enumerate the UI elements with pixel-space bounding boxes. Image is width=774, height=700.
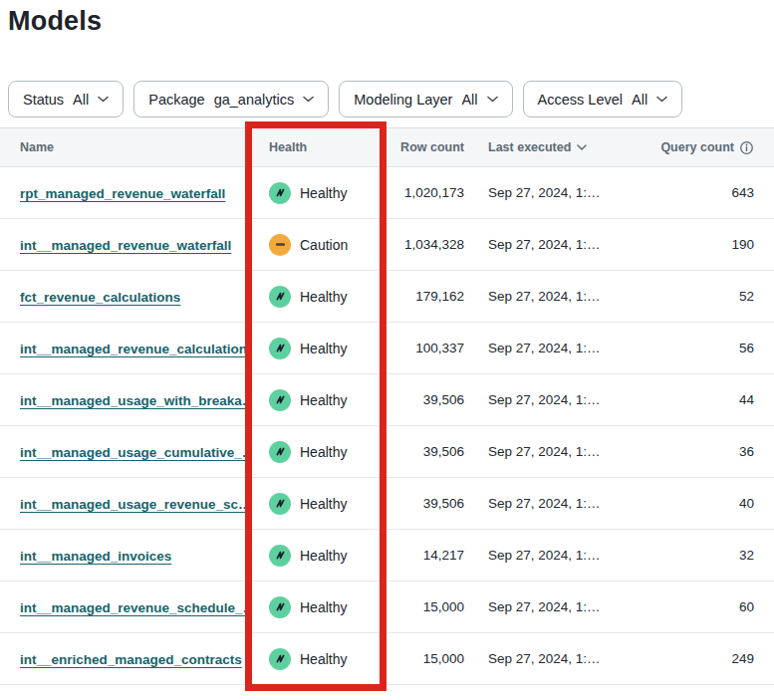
health-cell: Caution	[249, 234, 390, 256]
column-header-health: Health	[249, 140, 390, 154]
row-count-cell: 39,506	[390, 392, 464, 407]
health-badge	[269, 338, 291, 359]
minus-icon	[274, 238, 287, 251]
model-name-link[interactable]: int__managed_invoices	[20, 549, 171, 564]
table-row: int__managed_usage_with_breaka… Healthy …	[0, 374, 774, 426]
last-executed-cell: Sep 27, 2024, 1:…	[464, 548, 649, 563]
row-count-cell: 15,000	[390, 599, 464, 614]
health-badge	[269, 545, 291, 567]
health-cell: Healthy	[249, 545, 390, 567]
models-page: Models Status All Package ga_analytics M…	[0, 0, 774, 700]
column-header-row-count: Row count	[390, 140, 464, 154]
health-badge	[269, 234, 291, 256]
model-name-link[interactable]: rpt_managed_revenue_waterfall	[20, 186, 225, 201]
last-executed-cell: Sep 27, 2024, 1:…	[464, 444, 649, 459]
zap-icon	[274, 652, 287, 665]
query-count-cell: 32	[649, 548, 774, 563]
health-status-label: Healthy	[300, 444, 347, 460]
filter-value: ga_analytics	[214, 92, 295, 108]
health-cell: Healthy	[249, 493, 390, 515]
row-count-cell: 39,506	[390, 496, 464, 511]
last-executed-cell: Sep 27, 2024, 1:…	[464, 496, 649, 511]
table-row: int__managed_revenue_schedule_… Healthy …	[0, 582, 774, 633]
name-cell: int__managed_usage_revenue_sc…	[0, 495, 249, 513]
last-executed-cell: Sep 27, 2024, 1:…	[464, 392, 649, 407]
status-filter-dropdown[interactable]: Status All	[8, 81, 124, 117]
filter-value: All	[632, 92, 647, 108]
health-status-label: Healthy	[300, 548, 347, 564]
name-cell: int__managed_usage_cumulative_…	[0, 443, 249, 461]
model-name-link[interactable]: int__enriched_managed_contracts	[20, 652, 242, 667]
zap-icon	[274, 393, 287, 406]
table-row: rpt_managed_revenue_waterfall Healthy 1,…	[0, 167, 774, 219]
info-icon[interactable]	[739, 140, 754, 155]
chevron-down-icon	[98, 96, 109, 103]
health-cell: Healthy	[249, 182, 390, 204]
filter-value: All	[73, 92, 89, 108]
column-header-last-executed-label: Last executed	[488, 140, 571, 154]
filter-label: Package	[148, 92, 204, 108]
query-count-cell: 36	[649, 444, 774, 459]
name-cell: rpt_managed_revenue_waterfall	[0, 184, 249, 202]
models-table: Name Health Row count Last executed Quer…	[0, 127, 774, 685]
row-count-cell: 39,506	[390, 444, 464, 459]
table-row: int__managed_usage_revenue_sc… Healthy 3…	[0, 478, 774, 530]
filter-label: Access Level	[538, 92, 623, 108]
query-count-cell: 60	[649, 599, 774, 614]
zap-icon	[274, 445, 287, 458]
last-executed-cell: Sep 27, 2024, 1:…	[464, 599, 649, 614]
filter-bar: Status All Package ga_analytics Modeling…	[8, 81, 682, 117]
column-header-query-count: Query count	[649, 140, 774, 155]
model-name-link[interactable]: int__managed_revenue_calculations	[20, 342, 249, 356]
health-status-label: Healthy	[300, 289, 347, 305]
last-executed-cell: Sep 27, 2024, 1:…	[464, 341, 649, 355]
health-status-label: Healthy	[300, 496, 347, 512]
column-header-last-executed[interactable]: Last executed	[464, 140, 649, 154]
model-name-link[interactable]: int__managed_usage_revenue_sc…	[20, 497, 249, 512]
name-cell: fct_revenue_calculations	[0, 288, 249, 306]
name-cell: int__managed_revenue_schedule_…	[0, 598, 249, 616]
zap-icon	[274, 549, 287, 562]
model-name-link[interactable]: int__managed_revenue_schedule_…	[20, 600, 249, 615]
filter-label: Modeling Layer	[354, 92, 452, 108]
name-cell: int__enriched_managed_contracts	[0, 650, 249, 668]
chevron-down-icon	[487, 96, 498, 103]
query-count-cell: 44	[649, 392, 774, 407]
zap-icon	[274, 186, 287, 199]
last-executed-cell: Sep 27, 2024, 1:…	[464, 237, 649, 252]
sort-chevron-down-icon	[577, 144, 587, 150]
health-badge	[269, 389, 291, 411]
health-status-label: Healthy	[300, 651, 347, 667]
last-executed-cell: Sep 27, 2024, 1:…	[464, 289, 649, 304]
health-status-label: Healthy	[300, 599, 347, 615]
row-count-cell: 1,034,328	[390, 237, 464, 252]
row-count-cell: 14,217	[390, 548, 464, 563]
row-count-cell: 15,000	[390, 651, 464, 666]
health-cell: Healthy	[249, 596, 390, 618]
health-cell: Healthy	[249, 389, 390, 411]
table-header-row: Name Health Row count Last executed Quer…	[0, 127, 774, 167]
table-row: fct_revenue_calculations Healthy 179,162…	[0, 271, 774, 323]
query-count-cell: 52	[649, 289, 774, 304]
query-count-cell: 56	[649, 341, 774, 355]
chevron-down-icon	[656, 96, 667, 103]
filter-value: All	[461, 92, 477, 108]
access-level-filter-dropdown[interactable]: Access Level All	[523, 81, 683, 117]
model-name-link[interactable]: int__managed_usage_cumulative_…	[20, 445, 249, 460]
query-count-cell: 643	[649, 185, 774, 200]
package-filter-dropdown[interactable]: Package ga_analytics	[133, 81, 329, 117]
model-name-link[interactable]: fct_revenue_calculations	[20, 290, 180, 305]
table-row: int__managed_revenue_calculations Health…	[0, 323, 774, 374]
last-executed-cell: Sep 27, 2024, 1:…	[464, 185, 649, 200]
row-count-cell: 1,020,173	[390, 185, 464, 200]
model-name-link[interactable]: int__managed_usage_with_breaka…	[20, 393, 249, 408]
row-count-cell: 100,337	[390, 341, 464, 355]
health-badge	[269, 441, 291, 463]
modeling-layer-filter-dropdown[interactable]: Modeling Layer All	[339, 81, 512, 117]
column-header-query-count-label: Query count	[660, 140, 734, 154]
model-name-link[interactable]: int__managed_revenue_waterfall	[20, 238, 231, 253]
health-status-label: Caution	[300, 237, 348, 253]
health-badge	[269, 648, 291, 670]
table-row: int__managed_usage_cumulative_… Healthy …	[0, 426, 774, 478]
table-row: int__enriched_managed_contracts Healthy …	[0, 633, 774, 685]
